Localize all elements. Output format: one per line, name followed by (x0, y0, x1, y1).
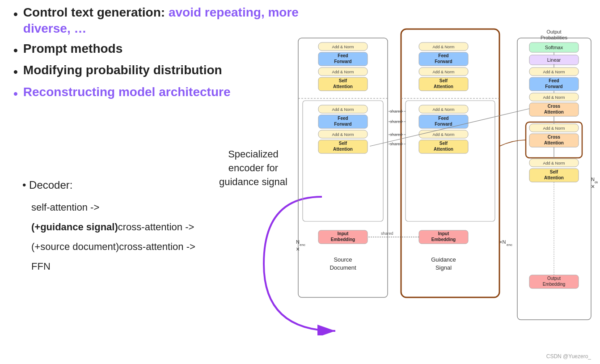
svg-text:Attention: Attention (544, 140, 564, 145)
svg-text:Cross: Cross (548, 135, 561, 140)
bullet-text-2: Prompt methods (23, 41, 123, 57)
svg-text:Feed: Feed (338, 53, 348, 58)
svg-text:Attention: Attention (544, 110, 564, 114)
svg-text:Softmax: Softmax (545, 45, 563, 50)
svg-text:Self: Self (439, 141, 448, 146)
bullet-text-1: Control text generation: avoid repeating… (23, 4, 308, 37)
svg-text:×: × (591, 183, 595, 190)
svg-text:enc: enc (507, 243, 512, 247)
watermark: CSDN @Yuezero_ (546, 353, 591, 360)
svg-text:Source: Source (334, 256, 352, 263)
decoder-title: • Decoder: (22, 174, 195, 196)
svg-text:Forward: Forward (334, 122, 351, 127)
svg-text:×: × (296, 245, 300, 253)
svg-text:Self: Self (339, 78, 347, 83)
svg-text:Add & Norm: Add & Norm (332, 70, 354, 74)
svg-text:Add & Norm: Add & Norm (432, 45, 454, 49)
svg-text:Attention: Attention (333, 147, 353, 152)
svg-text:Add & Norm: Add & Norm (332, 132, 354, 137)
svg-text:Self: Self (439, 78, 448, 83)
svg-text:Signal: Signal (435, 264, 452, 271)
svg-text:Attention: Attention (434, 147, 453, 152)
svg-text:Feed: Feed (338, 116, 348, 121)
bullet-dot-1: • (13, 6, 18, 22)
svg-text:Forward: Forward (334, 59, 351, 64)
svg-text:Attention: Attention (333, 84, 353, 89)
svg-text:Forward: Forward (435, 59, 452, 64)
svg-text:Input: Input (438, 231, 449, 236)
svg-text:Self: Self (339, 141, 347, 146)
bullet-item-2: • Prompt methods (13, 41, 308, 59)
bullet-item-3: • Modifying probability distribution (13, 62, 308, 80)
svg-text:Linear: Linear (547, 57, 561, 63)
bullet-item-4: • Reconstructing model architecture (13, 84, 308, 102)
highlight-text-1: avoid repeating, more diverse, … (23, 5, 299, 35)
svg-text:Add & Norm: Add & Norm (543, 95, 565, 100)
svg-text:Document: Document (330, 264, 356, 271)
slide-container: • Control text generation: avoid repeati… (0, 0, 600, 364)
svg-text:Add & Norm: Add & Norm (543, 70, 565, 74)
bullet-dot-3: • (13, 64, 18, 80)
svg-text:shared: shared (381, 231, 393, 236)
svg-text:×N: ×N (499, 239, 506, 245)
decoder-item-3: (+source document)cross-attention -> (31, 237, 195, 257)
svg-text:Feed: Feed (438, 53, 448, 58)
bullet-dot-2: • (13, 42, 18, 59)
svg-text:Guidance: Guidance (431, 256, 456, 263)
svg-text:Self: Self (550, 169, 558, 174)
svg-text:Add & Norm: Add & Norm (332, 107, 354, 112)
decoder-item-2: (+guidance signal)cross-attention -> (31, 217, 195, 237)
svg-text:Forward: Forward (545, 84, 562, 89)
svg-text:Cross: Cross (548, 104, 561, 109)
svg-text:enc: enc (300, 243, 305, 247)
decoder-item-1: self-attention -> (31, 198, 195, 217)
svg-text:Add & Norm: Add & Norm (332, 45, 354, 49)
svg-text:N: N (591, 177, 595, 182)
svg-text:Embedding: Embedding (331, 237, 355, 242)
svg-text:Embedding: Embedding (431, 237, 456, 242)
svg-text:N: N (296, 239, 300, 245)
left-content: • Control text generation: avoid repeati… (13, 4, 308, 106)
decoder-item-4: FFN (31, 257, 195, 276)
svg-text:Add & Norm: Add & Norm (432, 107, 454, 112)
svg-text:Output: Output (547, 276, 561, 281)
svg-text:Add & Norm: Add & Norm (543, 126, 565, 131)
svg-text:Forward: Forward (435, 122, 452, 127)
svg-text:Embedding: Embedding (543, 282, 566, 287)
svg-text:Add & Norm: Add & Norm (432, 132, 454, 137)
svg-text:Output: Output (546, 29, 561, 34)
svg-text:Add & Norm: Add & Norm (432, 70, 454, 74)
bullet-text-4: Reconstructing model architecture (23, 84, 231, 100)
specialized-encoder-label: Specializedencoder forguidance signal (219, 148, 287, 189)
svg-text:Attention: Attention (434, 84, 453, 89)
bullet-item-1: • Control text generation: avoid repeati… (13, 4, 308, 37)
svg-text:Feed: Feed (438, 116, 448, 121)
svg-text:Feed: Feed (549, 78, 559, 83)
svg-text:Add & Norm: Add & Norm (543, 161, 565, 165)
bullet-text-3: Modifying probability distribution (23, 62, 222, 78)
svg-text:Attention: Attention (544, 175, 564, 180)
transformer-diagram: Add & Norm Feed Forward Add & Norm Self … (294, 25, 598, 351)
bullet-dot-4: • (13, 86, 18, 102)
svg-text:de: de (595, 180, 598, 184)
svg-text:Probabilities: Probabilities (541, 35, 567, 40)
decoder-section: • Decoder: self-attention -> (+guidance … (22, 174, 195, 276)
bullet-list: • Control text generation: avoid repeati… (13, 4, 308, 102)
svg-text:Input: Input (338, 231, 349, 236)
